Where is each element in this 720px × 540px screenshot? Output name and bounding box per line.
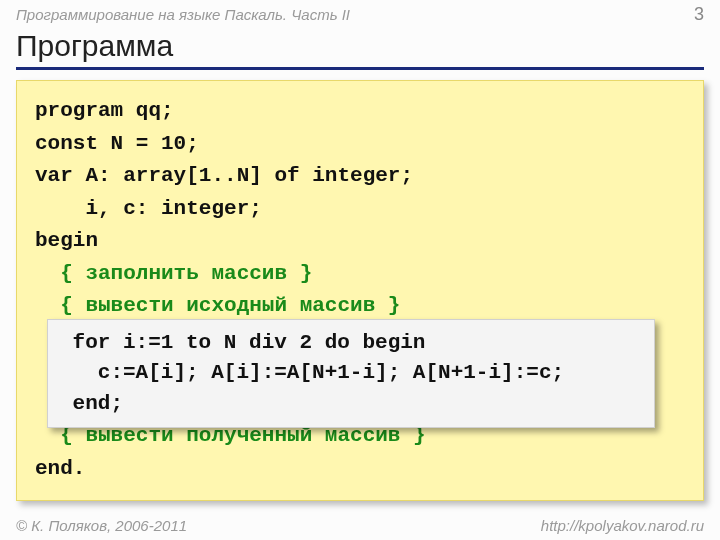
code-line: c:=A[i]; A[i]:=A[N+1-i]; A[N+1-i]:=c; (60, 358, 642, 388)
code-line: begin (35, 225, 685, 258)
slide-header: Программирование на языке Паскаль. Часть… (0, 0, 720, 27)
code-comment: { заполнить массив } (35, 258, 685, 291)
copyright-text: © К. Поляков, 2006-2011 (16, 517, 187, 534)
slide-footer: © К. Поляков, 2006-2011 http://kpolyakov… (16, 517, 704, 534)
page-number: 3 (694, 4, 704, 25)
code-comment: { вывести исходный массив } (35, 290, 685, 323)
code-line: i, c: integer; (35, 193, 685, 226)
code-inset-box: for i:=1 to N div 2 do begin c:=A[i]; A[… (47, 319, 655, 428)
footer-url: http://kpolyakov.narod.ru (541, 517, 704, 534)
code-line: program qq; (35, 95, 685, 128)
course-title: Программирование на языке Паскаль. Часть… (16, 6, 350, 23)
code-line: end; (60, 389, 642, 419)
code-block-main: program qq; const N = 10; var A: array[1… (16, 80, 704, 501)
code-line: for i:=1 to N div 2 do begin (60, 328, 642, 358)
slide-title: Программа (0, 27, 720, 67)
code-line: var A: array[1..N] of integer; (35, 160, 685, 193)
code-line: const N = 10; (35, 128, 685, 161)
title-underline (16, 67, 704, 70)
code-line: end. (35, 453, 685, 486)
